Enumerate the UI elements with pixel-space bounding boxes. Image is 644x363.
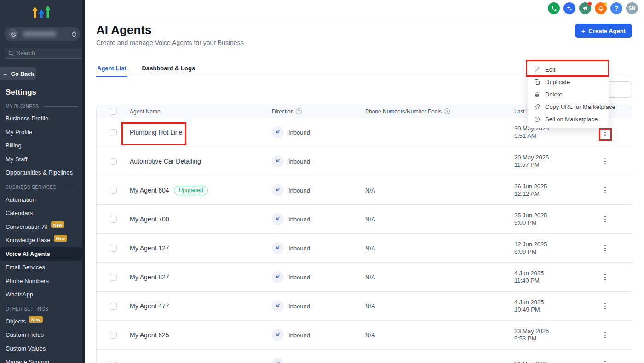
arrow-down-left-icon [275, 331, 281, 339]
agent-name[interactable]: My Agent 604 [130, 187, 169, 194]
row-menu-kebab-icon[interactable] [601, 184, 610, 196]
sidebar-item-opportunities-pipelines[interactable]: Opportunities & Pipelines [0, 166, 85, 180]
tab-dashboard-logs[interactable]: Dashboard & Logs [141, 64, 196, 77]
agent-name[interactable]: Plumbing Hot Line [130, 129, 182, 136]
phone-numbers-help-icon[interactable]: ? [444, 108, 450, 114]
agent-name[interactable]: My Agent 477 [130, 302, 169, 310]
last-updated-time: 9:53 PM [514, 335, 597, 343]
section-divider-line [53, 309, 78, 309]
row-menu-kebab-icon[interactable] [601, 329, 610, 341]
announcements-button[interactable] [579, 2, 591, 14]
agent-name[interactable]: My Agent 625 [130, 331, 169, 339]
arrow-down-left-icon [275, 360, 281, 363]
sidebar-item-custom-values[interactable]: Custom Values [0, 342, 85, 356]
inbound-circle [272, 184, 284, 196]
agent-name[interactable]: My Agent 127 [130, 244, 169, 252]
sidebar-item-whatsapp[interactable]: WhatsApp [0, 288, 85, 301]
row-menu-kebab-icon[interactable] [601, 300, 610, 312]
sidebar-item-my-staff[interactable]: My Staff [0, 153, 85, 166]
search-icon [8, 51, 14, 56]
section-label-text: OTHER SETTINGS [6, 306, 48, 312]
sidebar-item-label: Billing [6, 142, 22, 149]
phone-numbers-cell: N/A [365, 303, 514, 310]
sidebar-item-voice-ai-agents[interactable]: Voice AI Agents [0, 247, 82, 261]
row-checkbox[interactable] [110, 332, 117, 339]
sidebar-item-billing[interactable]: Billing [0, 139, 85, 153]
row-actions-cell [597, 329, 632, 341]
row-checkbox[interactable] [110, 274, 117, 281]
sidebar-item-phone-numbers[interactable]: Phone Numbers [0, 274, 85, 288]
row-menu-kebab-icon[interactable] [601, 358, 610, 363]
last-updated-time: 12:12 AM [514, 190, 597, 198]
new-badge: New [51, 221, 65, 228]
column-agent-name: Agent Name [130, 108, 161, 115]
agent-name[interactable]: My Agent 700 [130, 216, 169, 223]
last-updated-cell: 20 May 202511:57 PM [514, 154, 597, 169]
create-agent-button[interactable]: + Create Agent [575, 24, 632, 38]
sidebar-title: Settings [6, 88, 85, 97]
last-updated-time: 10:49 PM [514, 306, 597, 314]
row-checkbox[interactable] [110, 245, 117, 252]
agent-name[interactable]: Automotive Car Detailing [130, 158, 201, 165]
menu-item-label: Delete [545, 91, 563, 98]
dollar-icon [534, 116, 540, 123]
menu-item-edit[interactable]: Edit [528, 63, 609, 76]
section-label-text: BUSINESS SERVICES [6, 185, 57, 190]
account-switcher[interactable] [5, 27, 80, 41]
row-menu-kebab-icon[interactable] [601, 155, 610, 167]
sidebar-item-label: Calendars [6, 210, 33, 216]
table-row-automotive-car-detailing: Automotive Car DetailingInbound20 May 20… [97, 147, 632, 176]
row-checkbox[interactable] [110, 216, 117, 223]
last-updated-cell: 23 May 20259:53 PM [514, 328, 597, 343]
help-button[interactable]: ? [610, 2, 622, 14]
tab-agent-list[interactable]: Agent List [96, 64, 127, 77]
sidebar-item-label: Email Services [6, 264, 45, 271]
sidebar-item-objects[interactable]: ObjectsNew [0, 315, 85, 329]
last-updated-date: 20 May 2025 [514, 154, 597, 162]
row-checkbox[interactable] [110, 303, 117, 310]
phone-icon [551, 6, 557, 11]
inbound-circle [272, 358, 284, 363]
agent-name[interactable]: My Agent 827 [130, 273, 169, 281]
sidebar-item-business-profile[interactable]: Business Profile [0, 112, 85, 125]
row-checkbox[interactable] [110, 361, 117, 363]
row-actions-cell [597, 242, 632, 254]
sidebar-item-manage-scoring[interactable]: Manage Scoring [0, 355, 85, 363]
row-checkbox[interactable] [110, 158, 117, 165]
last-updated-cell: 4 Jun 202511:40 PM [514, 270, 597, 285]
row-menu-kebab-icon[interactable] [601, 213, 610, 225]
direction-cell: Inbound [272, 126, 365, 138]
sidebar-search-field[interactable]: ⌘ K [5, 48, 85, 59]
ai-assistant-button[interactable] [564, 2, 575, 14]
row-checkbox[interactable] [110, 129, 117, 136]
agent-name-cell: My Agent 625 [130, 331, 272, 339]
row-menu-kebab-icon[interactable] [601, 271, 610, 283]
direction-label: Inbound [288, 158, 310, 165]
sidebar-item-my-profile[interactable]: My Profile [0, 125, 85, 139]
direction-cell: Inbound [272, 329, 365, 341]
sidebar-item-conversation-ai[interactable]: Conversation AINew [0, 220, 85, 234]
menu-item-sell-on-marketplace[interactable]: Sell on Marketplace [528, 113, 609, 125]
go-back-button[interactable]: ← Go Back [0, 67, 36, 80]
arrow-down-left-icon [275, 273, 281, 281]
direction-help-icon[interactable]: ? [296, 108, 302, 114]
menu-item-duplicate[interactable]: Duplicate [528, 76, 609, 88]
sidebar-item-custom-fields[interactable]: Custom Fields [0, 328, 85, 342]
table-row-my-agent-127: My Agent 127InboundN/A12 Jun 20256:09 PM [97, 234, 632, 263]
select-all-checkbox[interactable] [110, 108, 117, 115]
phone-numbers-value: N/A [365, 303, 375, 310]
notifications-button[interactable] [595, 2, 607, 14]
menu-item-delete[interactable]: Delete [528, 88, 609, 101]
menu-item-copy-url-for-marketplace[interactable]: Copy URL for Marketplace [528, 101, 609, 113]
sidebar-item-calendars[interactable]: Calendars [0, 206, 85, 220]
row-checkbox[interactable] [110, 187, 117, 194]
search-input[interactable] [17, 50, 85, 57]
user-avatar[interactable]: SN [626, 2, 638, 14]
sidebar-item-email-services[interactable]: Email Services [0, 261, 85, 274]
phone-button[interactable] [548, 2, 560, 14]
phone-numbers-cell: N/A [365, 187, 514, 194]
sidebar-item-automation[interactable]: Automation [0, 193, 85, 207]
section-divider-line [61, 187, 78, 187]
row-menu-kebab-icon[interactable] [601, 242, 610, 254]
sidebar-item-knowledge-base[interactable]: Knowledge BaseNew [0, 233, 85, 247]
